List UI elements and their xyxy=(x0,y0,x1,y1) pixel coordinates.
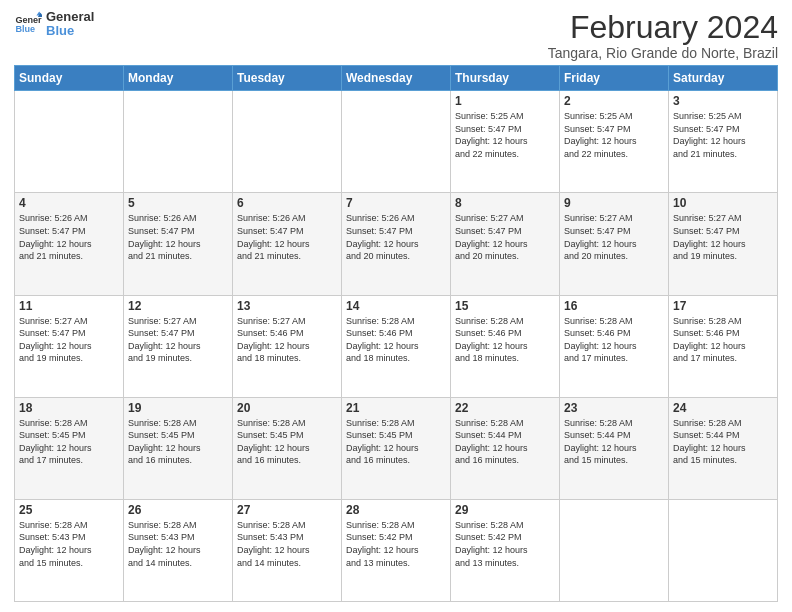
day-number: 9 xyxy=(564,196,664,210)
table-row: 16Sunrise: 5:28 AMSunset: 5:46 PMDayligh… xyxy=(560,295,669,397)
day-number: 25 xyxy=(19,503,119,517)
subtitle: Tangara, Rio Grande do Norte, Brazil xyxy=(548,45,778,61)
logo: General Blue General Blue xyxy=(14,10,94,39)
table-row: 23Sunrise: 5:28 AMSunset: 5:44 PMDayligh… xyxy=(560,397,669,499)
day-number: 18 xyxy=(19,401,119,415)
week-row-0: 1Sunrise: 5:25 AMSunset: 5:47 PMDaylight… xyxy=(15,91,778,193)
col-wednesday: Wednesday xyxy=(342,66,451,91)
day-number: 14 xyxy=(346,299,446,313)
day-number: 6 xyxy=(237,196,337,210)
col-friday: Friday xyxy=(560,66,669,91)
day-number: 23 xyxy=(564,401,664,415)
table-row: 18Sunrise: 5:28 AMSunset: 5:45 PMDayligh… xyxy=(15,397,124,499)
day-number: 10 xyxy=(673,196,773,210)
table-row: 1Sunrise: 5:25 AMSunset: 5:47 PMDaylight… xyxy=(451,91,560,193)
day-info: Sunrise: 5:28 AMSunset: 5:44 PMDaylight:… xyxy=(455,417,555,467)
day-info: Sunrise: 5:28 AMSunset: 5:45 PMDaylight:… xyxy=(19,417,119,467)
day-number: 4 xyxy=(19,196,119,210)
logo-icon: General Blue xyxy=(14,10,42,38)
day-number: 20 xyxy=(237,401,337,415)
month-title: February 2024 xyxy=(548,10,778,45)
day-info: Sunrise: 5:28 AMSunset: 5:42 PMDaylight:… xyxy=(346,519,446,569)
table-row: 6Sunrise: 5:26 AMSunset: 5:47 PMDaylight… xyxy=(233,193,342,295)
table-row xyxy=(15,91,124,193)
logo-text-line1: General xyxy=(46,10,94,24)
day-number: 24 xyxy=(673,401,773,415)
week-row-4: 25Sunrise: 5:28 AMSunset: 5:43 PMDayligh… xyxy=(15,499,778,601)
svg-text:Blue: Blue xyxy=(15,25,35,35)
day-info: Sunrise: 5:26 AMSunset: 5:47 PMDaylight:… xyxy=(346,212,446,262)
day-info: Sunrise: 5:27 AMSunset: 5:47 PMDaylight:… xyxy=(19,315,119,365)
day-number: 29 xyxy=(455,503,555,517)
day-number: 12 xyxy=(128,299,228,313)
day-info: Sunrise: 5:25 AMSunset: 5:47 PMDaylight:… xyxy=(455,110,555,160)
col-saturday: Saturday xyxy=(669,66,778,91)
table-row: 12Sunrise: 5:27 AMSunset: 5:47 PMDayligh… xyxy=(124,295,233,397)
table-row: 17Sunrise: 5:28 AMSunset: 5:46 PMDayligh… xyxy=(669,295,778,397)
day-info: Sunrise: 5:27 AMSunset: 5:46 PMDaylight:… xyxy=(237,315,337,365)
table-row: 8Sunrise: 5:27 AMSunset: 5:47 PMDaylight… xyxy=(451,193,560,295)
logo-text-line2: Blue xyxy=(46,24,94,38)
day-info: Sunrise: 5:28 AMSunset: 5:44 PMDaylight:… xyxy=(564,417,664,467)
table-row: 15Sunrise: 5:28 AMSunset: 5:46 PMDayligh… xyxy=(451,295,560,397)
day-info: Sunrise: 5:27 AMSunset: 5:47 PMDaylight:… xyxy=(455,212,555,262)
table-row: 21Sunrise: 5:28 AMSunset: 5:45 PMDayligh… xyxy=(342,397,451,499)
table-row: 19Sunrise: 5:28 AMSunset: 5:45 PMDayligh… xyxy=(124,397,233,499)
day-info: Sunrise: 5:28 AMSunset: 5:46 PMDaylight:… xyxy=(455,315,555,365)
table-row: 4Sunrise: 5:26 AMSunset: 5:47 PMDaylight… xyxy=(15,193,124,295)
day-info: Sunrise: 5:25 AMSunset: 5:47 PMDaylight:… xyxy=(564,110,664,160)
day-number: 5 xyxy=(128,196,228,210)
day-info: Sunrise: 5:28 AMSunset: 5:44 PMDaylight:… xyxy=(673,417,773,467)
day-number: 28 xyxy=(346,503,446,517)
day-info: Sunrise: 5:26 AMSunset: 5:47 PMDaylight:… xyxy=(19,212,119,262)
col-tuesday: Tuesday xyxy=(233,66,342,91)
header-row: Sunday Monday Tuesday Wednesday Thursday… xyxy=(15,66,778,91)
day-info: Sunrise: 5:28 AMSunset: 5:45 PMDaylight:… xyxy=(128,417,228,467)
day-number: 2 xyxy=(564,94,664,108)
day-info: Sunrise: 5:26 AMSunset: 5:47 PMDaylight:… xyxy=(128,212,228,262)
day-number: 3 xyxy=(673,94,773,108)
day-number: 21 xyxy=(346,401,446,415)
day-number: 19 xyxy=(128,401,228,415)
table-row: 13Sunrise: 5:27 AMSunset: 5:46 PMDayligh… xyxy=(233,295,342,397)
table-row: 25Sunrise: 5:28 AMSunset: 5:43 PMDayligh… xyxy=(15,499,124,601)
table-row: 9Sunrise: 5:27 AMSunset: 5:47 PMDaylight… xyxy=(560,193,669,295)
day-info: Sunrise: 5:28 AMSunset: 5:46 PMDaylight:… xyxy=(346,315,446,365)
table-row xyxy=(669,499,778,601)
table-row xyxy=(342,91,451,193)
day-number: 8 xyxy=(455,196,555,210)
table-row: 22Sunrise: 5:28 AMSunset: 5:44 PMDayligh… xyxy=(451,397,560,499)
day-info: Sunrise: 5:28 AMSunset: 5:45 PMDaylight:… xyxy=(346,417,446,467)
table-row: 3Sunrise: 5:25 AMSunset: 5:47 PMDaylight… xyxy=(669,91,778,193)
week-row-3: 18Sunrise: 5:28 AMSunset: 5:45 PMDayligh… xyxy=(15,397,778,499)
table-row: 29Sunrise: 5:28 AMSunset: 5:42 PMDayligh… xyxy=(451,499,560,601)
day-info: Sunrise: 5:25 AMSunset: 5:47 PMDaylight:… xyxy=(673,110,773,160)
table-row: 14Sunrise: 5:28 AMSunset: 5:46 PMDayligh… xyxy=(342,295,451,397)
week-row-2: 11Sunrise: 5:27 AMSunset: 5:47 PMDayligh… xyxy=(15,295,778,397)
day-number: 11 xyxy=(19,299,119,313)
day-info: Sunrise: 5:28 AMSunset: 5:43 PMDaylight:… xyxy=(237,519,337,569)
day-number: 1 xyxy=(455,94,555,108)
day-number: 22 xyxy=(455,401,555,415)
day-info: Sunrise: 5:28 AMSunset: 5:43 PMDaylight:… xyxy=(128,519,228,569)
day-info: Sunrise: 5:28 AMSunset: 5:43 PMDaylight:… xyxy=(19,519,119,569)
day-info: Sunrise: 5:27 AMSunset: 5:47 PMDaylight:… xyxy=(673,212,773,262)
day-info: Sunrise: 5:28 AMSunset: 5:46 PMDaylight:… xyxy=(564,315,664,365)
day-info: Sunrise: 5:27 AMSunset: 5:47 PMDaylight:… xyxy=(564,212,664,262)
table-row: 5Sunrise: 5:26 AMSunset: 5:47 PMDaylight… xyxy=(124,193,233,295)
col-monday: Monday xyxy=(124,66,233,91)
title-block: February 2024 Tangara, Rio Grande do Nor… xyxy=(548,10,778,61)
day-info: Sunrise: 5:28 AMSunset: 5:46 PMDaylight:… xyxy=(673,315,773,365)
day-number: 15 xyxy=(455,299,555,313)
svg-text:General: General xyxy=(15,15,42,25)
col-sunday: Sunday xyxy=(15,66,124,91)
day-info: Sunrise: 5:26 AMSunset: 5:47 PMDaylight:… xyxy=(237,212,337,262)
table-row: 27Sunrise: 5:28 AMSunset: 5:43 PMDayligh… xyxy=(233,499,342,601)
day-number: 27 xyxy=(237,503,337,517)
table-row: 26Sunrise: 5:28 AMSunset: 5:43 PMDayligh… xyxy=(124,499,233,601)
table-row: 7Sunrise: 5:26 AMSunset: 5:47 PMDaylight… xyxy=(342,193,451,295)
day-number: 26 xyxy=(128,503,228,517)
day-info: Sunrise: 5:28 AMSunset: 5:42 PMDaylight:… xyxy=(455,519,555,569)
day-number: 17 xyxy=(673,299,773,313)
day-info: Sunrise: 5:28 AMSunset: 5:45 PMDaylight:… xyxy=(237,417,337,467)
